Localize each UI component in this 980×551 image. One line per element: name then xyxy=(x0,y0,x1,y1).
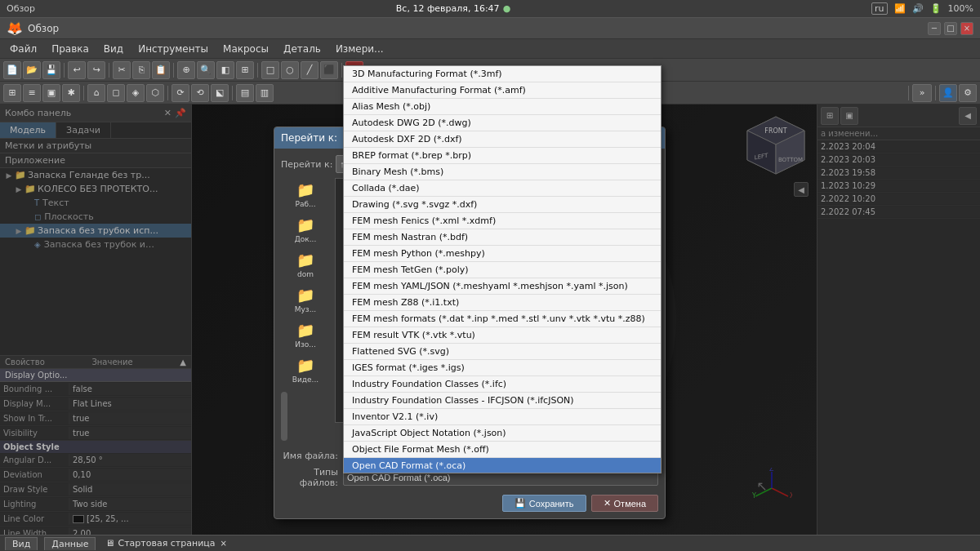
filetype-option[interactable]: FEM mesh Z88 (*.i1.txt) xyxy=(344,295,661,311)
tb2-icon-user[interactable]: 👤 xyxy=(939,84,957,102)
tb2-btn10[interactable]: ⟲ xyxy=(191,84,209,102)
menu-tools[interactable]: Инструменты xyxy=(131,42,215,56)
minimize-button[interactable]: − xyxy=(928,22,941,35)
filetype-option[interactable]: Object File Format Mesh (*.off) xyxy=(344,442,661,458)
filetype-option[interactable]: Autodesk DWG 2D (*.dwg) xyxy=(344,115,661,131)
filetype-option[interactable]: BREP format (*.brep *.brp) xyxy=(344,148,661,164)
menu-measure[interactable]: Измери... xyxy=(329,42,390,56)
filetype-option[interactable]: Industry Foundation Classes (*.ifc) xyxy=(344,376,661,393)
tb-view-front[interactable]: ◧ xyxy=(216,61,234,79)
tb2-extra[interactable]: » xyxy=(912,84,932,102)
tb2-btn12[interactable]: ▥ xyxy=(256,84,274,102)
tb2-btn5[interactable]: ⌂ xyxy=(87,84,105,102)
filetype-option[interactable]: Open CAD Format (*.oca) xyxy=(344,458,661,473)
tb2-btn8[interactable]: ⬡ xyxy=(146,84,164,102)
filetype-option[interactable]: JavaScript Object Notation (*.json) xyxy=(344,425,661,442)
folder-images[interactable]: 📁 Изо... xyxy=(281,318,330,352)
filetype-option[interactable]: FEM mesh Python (*.meshpy) xyxy=(344,246,661,262)
filetype-option[interactable]: Inventor V2.1 (*.iv) xyxy=(344,409,661,425)
tb2-perspective[interactable]: ⬕ xyxy=(211,84,229,102)
filetype-option[interactable]: FEM mesh YAML/JSON (*.meshyaml *.meshjso… xyxy=(344,278,661,295)
sidebar-scrollbar[interactable] xyxy=(281,392,287,441)
folder-docs[interactable]: 📁 Док... xyxy=(281,213,330,247)
cancel-icon: ✕ xyxy=(604,498,611,509)
save-button[interactable]: 💾 Сохранить xyxy=(502,495,586,512)
menu-edit[interactable]: Правка xyxy=(45,42,96,56)
tb-new[interactable]: 📄 xyxy=(3,61,21,79)
cancel-button[interactable]: ✕ Отмена xyxy=(591,495,658,512)
folder-dom[interactable]: 📁 dom xyxy=(281,248,330,282)
folder-recent[interactable]: 📁 Раб... xyxy=(281,178,330,211)
title-bar: 🦊 Обзор − □ × xyxy=(0,18,980,39)
filetype-option[interactable]: Binary Mesh (*.bms) xyxy=(344,164,661,180)
tb2-btn2[interactable]: ≡ xyxy=(23,84,41,102)
filetype-option[interactable]: 3D Manufacturing Format (*.3mf) xyxy=(344,66,661,82)
docs-icon: 📁 xyxy=(296,216,314,233)
tb-open[interactable]: 📂 xyxy=(23,61,41,79)
page-icon: 🖥 xyxy=(105,538,114,549)
filetype-option[interactable]: FEM result VTK (*.vtk *.vtu) xyxy=(344,327,661,344)
tb2-btn7[interactable]: ◈ xyxy=(127,84,145,102)
filetype-dropdown[interactable]: 3D Manufacturing Format (*.3mf)Additive … xyxy=(343,65,662,473)
window-controls: − □ × xyxy=(928,22,973,35)
dialog-title-text: Перейти к: xyxy=(281,132,337,144)
filetype-option[interactable]: FEM mesh formats (*.dat *.inp *.med *.st… xyxy=(344,311,661,327)
tb-draw-box[interactable]: □ xyxy=(261,61,279,79)
tb2-settings[interactable]: ⚙ xyxy=(959,84,977,102)
tb2-btn3[interactable]: ▣ xyxy=(42,84,60,102)
filetype-label: Типы файлов: xyxy=(281,467,338,488)
folder-video[interactable]: 📁 Виде... xyxy=(281,353,330,387)
video-icon: 📁 xyxy=(296,357,314,374)
tb2-btn4[interactable]: ✱ xyxy=(62,84,80,102)
tb-paste[interactable]: 📋 xyxy=(152,61,170,79)
images-icon: 📁 xyxy=(296,322,314,339)
tb-draw-line[interactable]: ╱ xyxy=(301,61,318,79)
tb-zoom-fit[interactable]: ⊕ xyxy=(177,61,195,79)
system-tray: ru 📶 🔊 🔋 100% xyxy=(871,2,973,15)
filetype-option[interactable]: Collada (*.dae) xyxy=(344,180,661,197)
maximize-button[interactable]: □ xyxy=(944,22,957,35)
folder-music[interactable]: 📁 Муз... xyxy=(281,283,330,317)
dialog-sidebar: 📁 Раб... 📁 Док... 📁 dom 📁 Муз... 📁 xyxy=(281,178,330,441)
tb2-btn11[interactable]: ▤ xyxy=(236,84,254,102)
menu-macros[interactable]: Макросы xyxy=(216,42,275,56)
app-name: Обзор xyxy=(7,3,35,14)
status-tab-view[interactable]: Вид xyxy=(5,537,38,550)
top-bar: Обзор Вс, 12 февраля, 16:47 ● ru 📶 🔊 🔋 1… xyxy=(0,0,980,18)
filetype-option[interactable]: Industry Foundation Classes - IFCJSON (*… xyxy=(344,393,661,409)
tb-zoom-in[interactable]: 🔍 xyxy=(197,61,215,79)
tb2-btn1[interactable]: ⊞ xyxy=(3,84,21,102)
lang-indicator[interactable]: ru xyxy=(871,2,888,15)
filetype-option[interactable]: FEM mesh Nastran (*.bdf) xyxy=(344,229,661,246)
tb2-btn9[interactable]: ⟳ xyxy=(172,84,189,102)
tb2-btn6[interactable]: ◻ xyxy=(107,84,125,102)
menu-bar: Файл Правка Вид Инструменты Макросы Дета… xyxy=(0,39,980,59)
tb-undo[interactable]: ↩ xyxy=(68,61,86,79)
filetype-option[interactable]: Flattened SVG (*.svg) xyxy=(344,344,661,360)
close-button[interactable]: × xyxy=(960,22,973,35)
page-tab: 🖥 Стартовая страница × xyxy=(105,538,226,549)
dom-icon: 📁 xyxy=(296,251,314,269)
battery-pct: 100% xyxy=(948,3,973,14)
tb-cut[interactable]: ✂ xyxy=(113,61,131,79)
page-close-icon[interactable]: × xyxy=(220,539,227,548)
filetype-option[interactable]: IGES format (*.iges *.igs) xyxy=(344,360,661,376)
dialog-nav-label: Перейти к: xyxy=(281,159,332,170)
menu-part[interactable]: Деталь xyxy=(277,42,327,56)
menu-view[interactable]: Вид xyxy=(97,42,130,56)
tb-draw-circle[interactable]: ○ xyxy=(281,61,299,79)
filetype-option[interactable]: Alias Mesh (*.obj) xyxy=(344,99,661,115)
status-tab-data[interactable]: Данные xyxy=(44,537,96,550)
tb-save[interactable]: 💾 xyxy=(42,61,60,79)
menu-file[interactable]: Файл xyxy=(3,42,43,56)
datetime: Вс, 12 февраля, 16:47 ● xyxy=(396,3,510,14)
filetype-option[interactable]: FEM mesh Fenics (*.xml *.xdmf) xyxy=(344,213,661,229)
tb-copy[interactable]: ⎘ xyxy=(132,61,150,79)
tb-redo[interactable]: ↪ xyxy=(87,61,105,79)
filetype-option[interactable]: FEM mesh TetGen (*.poly) xyxy=(344,262,661,278)
filetype-option[interactable]: Autodesk DXF 2D (*.dxf) xyxy=(344,131,661,148)
filetype-option[interactable]: Drawing (*.svg *.svgz *.dxf) xyxy=(344,197,661,213)
tb-view-top[interactable]: ⊞ xyxy=(236,61,254,79)
tb-extrude[interactable]: ⬛ xyxy=(320,61,338,79)
filetype-option[interactable]: Additive Manufacturing Format (*.amf) xyxy=(344,82,661,99)
